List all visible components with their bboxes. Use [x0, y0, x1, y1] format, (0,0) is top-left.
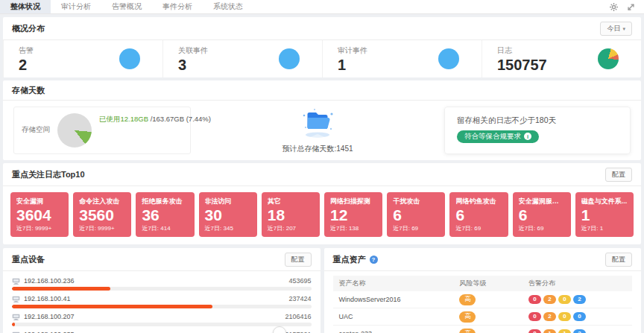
- fullscreen-icon[interactable]: [627, 3, 635, 11]
- device-ip: 192.168.100.207: [24, 313, 75, 320]
- device-row[interactable]: 192.168.100.41 237424: [12, 292, 312, 310]
- stat-label: 告警: [19, 45, 34, 56]
- risk-level-badge: 高: [459, 294, 476, 305]
- alert-count-critical: 0: [528, 295, 541, 304]
- log-card-list: 安全漏洞 3604 近7日: 9999+ 命令注入攻击 3560 近7日: 99…: [3, 186, 641, 244]
- stat-chart-icon: [279, 48, 300, 69]
- tab-label: 整体状况: [10, 1, 40, 12]
- alert-count-medium: 0: [558, 312, 571, 321]
- overview-stats: 告警 2 关联事件 3 审计事件 1: [3, 40, 641, 77]
- log-recent-count: 近7日: 138: [330, 224, 376, 232]
- date-range-dropdown[interactable]: 今日 ▾: [600, 22, 632, 36]
- asset-row[interactable]: WindowsServer2016 高 0 2 0 2: [333, 291, 633, 308]
- compliance-badge[interactable]: 符合等保合规要求 i: [457, 130, 539, 143]
- tab-list: 整体状况 审计分析 告警概况 事件分析 系统状态: [0, 0, 253, 13]
- log-category-title: 安全漏洞服务攻击: [519, 197, 565, 206]
- log-category-count: 12: [330, 206, 376, 224]
- compliance-badge-label: 符合等保合规要求: [464, 132, 521, 142]
- col-risk-level: 风险等级: [459, 279, 528, 288]
- log-category-card[interactable]: 其它 18 近7日: 207: [262, 192, 320, 237]
- gear-icon[interactable]: [610, 3, 618, 11]
- log-category-card[interactable]: 安全漏洞 3604 近7日: 9999+: [10, 192, 69, 237]
- stat-card[interactable]: 告警 2: [3, 40, 162, 77]
- storage-section: 存储天数 存储空间 已使用12.18GB /163.67GB (7.44%): [3, 80, 641, 160]
- device-bar-track: [12, 305, 312, 308]
- col-alert-distribution: 告警分布: [528, 279, 626, 288]
- log-category-card[interactable]: 网络扫描探测 12 近7日: 138: [324, 192, 382, 237]
- tab[interactable]: 事件分析: [152, 0, 203, 13]
- log-category-card[interactable]: 非法访问 30 近7日: 345: [199, 192, 257, 237]
- log-category-title: 磁盘与文件系...: [581, 197, 628, 206]
- device-bar-track: [12, 287, 312, 291]
- alert-count-high: 2: [543, 312, 556, 321]
- stat-card[interactable]: 审计事件 1: [322, 40, 482, 77]
- assets-config-button[interactable]: 配置: [605, 253, 632, 267]
- assets-section: 重点资产 ? 配置 资产名称 风险等级 告警分布 WindowsServer20…: [324, 248, 642, 333]
- help-icon[interactable]: ?: [370, 256, 378, 264]
- log-category-count: 6: [455, 206, 502, 224]
- alert-count-critical: 0: [528, 312, 541, 321]
- log-category-title: 干扰攻击: [393, 197, 439, 206]
- tab-bar: 整体状况 审计分析 告警概况 事件分析 系统状态: [0, 0, 644, 14]
- alert-distribution: 0 2 0 0: [528, 312, 626, 321]
- asset-row[interactable]: centos-233 高 0 1 1 2: [333, 326, 633, 333]
- tab[interactable]: 系统状态: [203, 0, 253, 13]
- log-recent-count: 近7日: 69: [455, 224, 502, 232]
- log-category-card[interactable]: 命令注入攻击 3560 近7日: 9999+: [73, 192, 131, 237]
- top-logs-section: 重点关注日志Top10 配置 安全漏洞 3604 近7日: 9999+ 命令注入…: [3, 163, 641, 244]
- device-row[interactable]: 192.168.100.236 453695: [12, 274, 312, 292]
- alert-count-low: 2: [573, 295, 586, 304]
- tab-label: 系统状态: [213, 1, 243, 12]
- tab[interactable]: 整体状况: [0, 0, 51, 13]
- log-category-card[interactable]: 干扰攻击 6 近7日: 69: [387, 192, 445, 237]
- alert-count-high: 2: [543, 295, 556, 304]
- log-recent-count: 近7日: 414: [142, 224, 188, 232]
- device-row[interactable]: 192.168.100.235 2157921: [12, 328, 312, 333]
- asset-row[interactable]: UAC 高 0 2 0 0: [333, 308, 633, 326]
- asset-name: centos-233: [339, 330, 460, 333]
- stat-card[interactable]: 关联事件 3: [162, 40, 322, 77]
- tab-label: 告警概况: [112, 1, 142, 12]
- log-category-count: 36: [142, 206, 188, 224]
- device-count: 453695: [288, 277, 311, 285]
- compliance-box: 留存相关的日志不少于180天 符合等保合规要求 i: [444, 107, 631, 154]
- log-category-card[interactable]: 安全漏洞服务攻击 6 近7日: 69: [513, 192, 571, 237]
- tab[interactable]: 审计分析: [51, 0, 101, 13]
- devices-config-button[interactable]: 配置: [285, 253, 312, 267]
- storage-used-value: 已使用12.18GB: [99, 115, 148, 123]
- device-count: 2106416: [285, 313, 311, 320]
- log-category-card[interactable]: 磁盘与文件系... 1 近7日: 1: [575, 192, 634, 237]
- tab-label: 事件分析: [162, 1, 192, 12]
- log-category-card[interactable]: 网络钓鱼攻击 6 近7日: 69: [449, 192, 508, 237]
- date-range-value: 今日: [607, 24, 620, 34]
- storage-title: 存储天数: [12, 85, 45, 96]
- device-bar-fill: [12, 323, 15, 326]
- overview-title: 概况分布: [12, 23, 45, 34]
- top-logs-title: 重点关注日志Top10: [12, 169, 85, 180]
- log-category-count: 1: [581, 206, 628, 224]
- top-logs-config-button[interactable]: 配置: [605, 168, 632, 182]
- stat-value: 2: [19, 57, 34, 72]
- alert-distribution: 0 1 1 2: [528, 329, 626, 333]
- alert-count-low: 0: [573, 312, 586, 321]
- device-row[interactable]: 192.168.100.207 2106416: [12, 310, 312, 328]
- log-category-count: 3560: [79, 206, 125, 224]
- log-category-count: 6: [519, 206, 565, 224]
- log-recent-count: 近7日: 69: [393, 224, 439, 232]
- info-icon: i: [524, 133, 531, 140]
- alert-count-medium: 0: [558, 295, 571, 304]
- log-category-card[interactable]: 拒绝服务攻击 36 近7日: 414: [136, 192, 194, 237]
- assets-title: 重点资产 ?: [333, 254, 378, 265]
- log-recent-count: 近7日: 207: [268, 224, 314, 232]
- alert-distribution: 0 2 0 2: [528, 295, 626, 304]
- log-category-title: 网络钓鱼攻击: [455, 197, 502, 206]
- asset-name: UAC: [339, 313, 460, 320]
- device-icon: [12, 278, 20, 285]
- tab[interactable]: 告警概况: [101, 0, 152, 13]
- device-ip: 192.168.100.236: [24, 277, 75, 285]
- storage-days: 预计总存储天数:1451: [191, 107, 444, 154]
- tab-label: 审计分析: [61, 1, 91, 12]
- asset-name: WindowsServer2016: [339, 296, 460, 303]
- stat-card[interactable]: 日志 150757: [482, 40, 641, 77]
- log-category-title: 安全漏洞: [16, 197, 63, 206]
